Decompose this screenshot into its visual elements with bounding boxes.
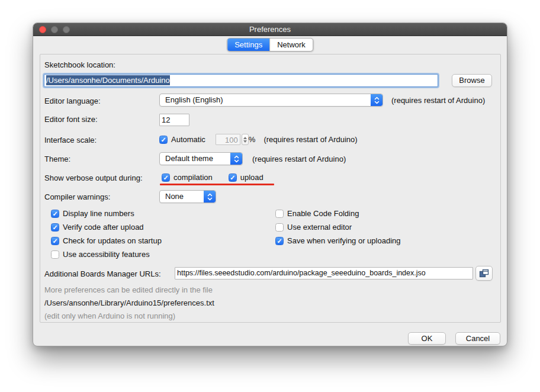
chevron-up-down-icon	[371, 94, 382, 106]
option-row: Verify code after upload	[51, 223, 144, 232]
editor-font-size-label: Editor font size:	[44, 115, 98, 124]
traffic-lights	[39, 26, 70, 33]
overlapping-windows-icon	[479, 269, 489, 278]
editor-language-label: Editor language:	[44, 97, 101, 105]
boards-manager-urls-input[interactable]: https://files.seeedstudio.com/arduino/pa…	[175, 267, 473, 279]
preferences-dialog: Preferences Settings Network Sketchbook …	[33, 23, 507, 346]
tab-control: Settings Network	[227, 38, 313, 52]
upload-checkbox[interactable]	[229, 173, 237, 182]
code-folding-checkbox[interactable]	[275, 210, 284, 218]
save-when-verifying-checkbox[interactable]	[275, 237, 284, 245]
option-row: Use external editor	[275, 223, 352, 232]
cancel-button[interactable]: Cancel	[455, 332, 500, 345]
open-urls-dialog-button[interactable]	[475, 266, 493, 281]
chevron-up-down-icon	[204, 191, 216, 203]
option-label: Verify code after upload	[63, 223, 144, 232]
automatic-label: Automatic	[171, 135, 205, 144]
stepper-up-icon	[243, 137, 247, 139]
browse-button[interactable]: Browse	[452, 74, 492, 87]
automatic-checkbox[interactable]	[159, 136, 168, 144]
boards-manager-urls-label: Additional Boards Manager URLs:	[44, 269, 161, 278]
sketchbook-location-label: Sketchbook location:	[44, 60, 115, 69]
option-row: Use accessibility features	[51, 250, 150, 259]
option-label: Display line numbers	[63, 209, 134, 218]
display-line-numbers-checkbox[interactable]	[51, 210, 59, 218]
tab-settings[interactable]: Settings	[227, 38, 269, 51]
zoom-icon[interactable]	[63, 26, 70, 33]
dropdown-value: None	[160, 191, 204, 203]
tab-network[interactable]: Network	[269, 38, 313, 51]
more-preferences-note: More preferences can be edited directly …	[44, 285, 213, 294]
edit-warning-note: (edit only when Arduino is not running)	[44, 311, 175, 320]
option-label: Check for updates on startup	[63, 236, 162, 245]
option-row: Save when verifying or uploading	[275, 236, 401, 245]
option-row: Check for updates on startup	[51, 236, 162, 245]
ok-button[interactable]: OK	[408, 332, 446, 345]
stepper-down-icon	[243, 140, 247, 143]
editor-font-size-input[interactable]: 12	[159, 114, 189, 126]
window-title: Preferences	[33, 23, 507, 36]
dropdown-value: Default theme	[160, 153, 230, 165]
scale-value-input[interactable]: 100	[216, 134, 240, 145]
dropdown-value: English (English)	[160, 94, 371, 106]
compiler-warnings-dropdown[interactable]: None	[159, 190, 216, 203]
compilation-label: compilation	[173, 173, 213, 182]
sketchbook-location-input[interactable]: /Users/ansonhe/Documents/Arduino	[44, 74, 438, 87]
settings-panel: Sketchbook location: /Users/ansonhe/Docu…	[40, 54, 501, 323]
chevron-up-down-icon	[230, 153, 242, 165]
minimize-icon[interactable]	[51, 26, 58, 33]
selected-text: /Users/ansonhe/Documents/Arduino	[46, 75, 170, 85]
upload-label: upload	[240, 173, 263, 182]
interface-scale-label: Interface scale:	[44, 136, 97, 144]
red-annotation-underline	[160, 184, 274, 185]
percent-sign: %	[249, 135, 256, 144]
verify-code-checkbox[interactable]	[51, 223, 59, 232]
editor-language-dropdown[interactable]: English (English)	[159, 94, 383, 107]
preferences-file-path: /Users/ansonhe/Library/Arduino15/prefere…	[44, 298, 214, 307]
theme-dropdown[interactable]: Default theme	[159, 152, 243, 165]
compilation-checkbox[interactable]	[162, 173, 170, 182]
restart-note: (requires restart of Arduino)	[252, 155, 346, 163]
accessibility-checkbox[interactable]	[51, 250, 59, 259]
option-label: Save when verifying or uploading	[287, 236, 401, 245]
option-label: Use accessibility features	[63, 250, 150, 259]
option-label: Use external editor	[287, 223, 352, 232]
restart-note: (requires restart of Arduino)	[391, 96, 485, 105]
external-editor-checkbox[interactable]	[275, 223, 284, 232]
verbose-output-label: Show verbose output during:	[44, 173, 143, 182]
close-icon[interactable]	[39, 26, 46, 33]
check-updates-checkbox[interactable]	[51, 237, 59, 245]
scale-stepper[interactable]	[242, 134, 249, 145]
option-row: Enable Code Folding	[275, 209, 359, 218]
compiler-warnings-label: Compiler warnings:	[44, 192, 110, 201]
option-row: Display line numbers	[51, 209, 134, 218]
option-label: Enable Code Folding	[287, 209, 359, 218]
restart-note: (requires restart of Arduino)	[263, 135, 357, 144]
theme-label: Theme:	[44, 155, 70, 163]
title-bar[interactable]: Preferences	[33, 23, 507, 36]
